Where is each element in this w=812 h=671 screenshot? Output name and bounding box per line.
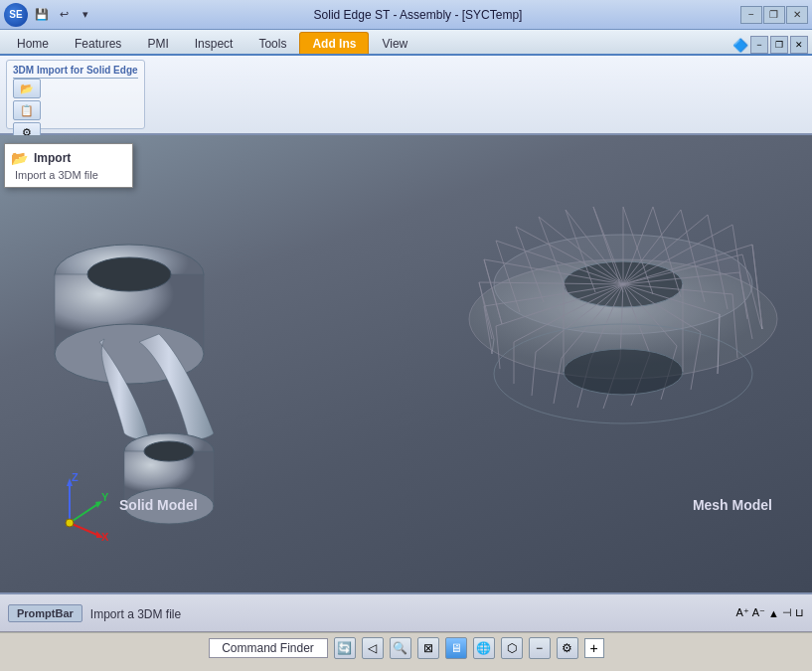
qa-dropdown-btn[interactable]: ▾ bbox=[76, 5, 95, 25]
tab-view[interactable]: View bbox=[369, 32, 420, 54]
tab-home[interactable]: Home bbox=[4, 32, 62, 54]
solid-model-label: Solid Model bbox=[119, 497, 198, 513]
svg-point-3 bbox=[87, 257, 171, 291]
command-finder-bar: Command Finder 🔄 ◁ 🔍 ⊠ 🖥 🌐 ⬡ − ⚙ + bbox=[0, 632, 812, 662]
import-dropdown-icon: 📂 bbox=[11, 150, 28, 166]
pin-icon[interactable]: ⊣ bbox=[782, 606, 792, 619]
window-controls: − ❐ ✕ bbox=[740, 6, 808, 24]
close-btn[interactable]: ✕ bbox=[786, 6, 808, 24]
import-label: Import bbox=[34, 151, 71, 165]
minimize-btn[interactable]: − bbox=[740, 6, 762, 24]
import-desc: Import a 3DM file bbox=[11, 169, 126, 181]
cmd-icon-active[interactable]: 🖥 bbox=[445, 637, 467, 659]
cmd-icon-search[interactable]: 🔍 bbox=[390, 637, 411, 659]
svg-line-81 bbox=[70, 523, 99, 536]
mesh-model-svg bbox=[454, 165, 792, 493]
tab-features[interactable]: Features bbox=[62, 32, 134, 54]
svg-text:Z: Z bbox=[72, 473, 79, 483]
promptbar-icons: A⁺ A⁻ ▲ ⊣ ⊔ bbox=[735, 606, 804, 619]
cmd-icon-grid[interactable]: ⊠ bbox=[417, 637, 439, 659]
promptbar-message: Import a 3DM file bbox=[90, 607, 181, 621]
tab-tools[interactable]: Tools bbox=[245, 32, 299, 54]
promptbar-title: PromptBar bbox=[8, 604, 82, 622]
svg-point-69 bbox=[564, 349, 683, 395]
undo-quick-btn[interactable]: ↩ bbox=[54, 5, 74, 25]
group-3dm-label: 3DM Import for Solid Edge bbox=[13, 65, 138, 79]
ribbon-controls: 🔷 − ❐ ✕ bbox=[732, 36, 812, 54]
restore-btn[interactable]: ❐ bbox=[763, 6, 785, 24]
title-bar: SE 💾 ↩ ▾ Solid Edge ST - Assembly - [SYC… bbox=[0, 0, 812, 30]
small-btns-col: 📂 📋 ⚙ bbox=[13, 79, 41, 142]
ribbon-panel: 3DM Import for Solid Edge 📂 📋 ⚙ 📂 Import… bbox=[0, 56, 812, 135]
ribbon-close-btn[interactable]: ✕ bbox=[790, 36, 808, 54]
quick-access-toolbar: 💾 ↩ ▾ bbox=[32, 5, 95, 25]
ribbon-restore-btn[interactable]: ❐ bbox=[770, 36, 788, 54]
mesh-model bbox=[454, 165, 782, 483]
import-small-btn-1[interactable]: 📂 bbox=[13, 79, 41, 98]
ribbon-options-icon[interactable]: 🔷 bbox=[732, 38, 748, 53]
save-quick-btn[interactable]: 💾 bbox=[32, 5, 52, 25]
font-increase-icon[interactable]: A⁺ bbox=[735, 606, 748, 619]
cmd-icon-gear[interactable]: ⚙ bbox=[557, 637, 578, 659]
svg-point-7 bbox=[144, 441, 194, 461]
command-finder-label[interactable]: Command Finder bbox=[209, 638, 328, 658]
tab-pmi[interactable]: PMI bbox=[134, 32, 181, 54]
window-title: Solid Edge ST - Assembly - [SYCTemp] bbox=[314, 8, 523, 22]
add-btn[interactable]: + bbox=[584, 638, 604, 658]
mesh-model-label: Mesh Model bbox=[693, 497, 772, 513]
ribbon-minimize-btn[interactable]: − bbox=[750, 36, 768, 54]
cmd-icon-globe[interactable]: 🌐 bbox=[473, 637, 495, 659]
import-dropdown-title: 📂 Import bbox=[11, 150, 126, 166]
svg-line-78 bbox=[70, 503, 99, 523]
ribbon-group-3dm: 3DM Import for Solid Edge 📂 📋 ⚙ bbox=[6, 60, 145, 129]
scroll-up-icon[interactable]: ▲ bbox=[768, 607, 779, 619]
cmd-icon-refresh[interactable]: 🔄 bbox=[334, 637, 356, 659]
tab-inspect[interactable]: Inspect bbox=[182, 32, 246, 54]
dock-icon[interactable]: ⊔ bbox=[795, 606, 804, 619]
tab-addins[interactable]: Add Ins bbox=[299, 32, 369, 54]
promptbar: PromptBar Import a 3DM file A⁺ A⁻ ▲ ⊣ ⊔ bbox=[0, 592, 812, 632]
viewport: Solid Model Mesh Model Z Y X bbox=[0, 135, 812, 592]
cmd-icon-minus[interactable]: − bbox=[529, 637, 551, 659]
axis-indicator: Z Y X bbox=[40, 473, 109, 543]
import-dropdown: 📂 Import Import a 3DM file bbox=[4, 143, 133, 188]
font-decrease-icon[interactable]: A⁻ bbox=[752, 606, 765, 619]
svg-text:Y: Y bbox=[101, 491, 109, 503]
cmd-icon-hex[interactable]: ⬡ bbox=[501, 637, 523, 659]
svg-text:X: X bbox=[101, 531, 109, 543]
cmd-icon-back[interactable]: ◁ bbox=[362, 637, 384, 659]
ribbon-btn-row: 📂 📋 ⚙ bbox=[13, 79, 41, 142]
svg-point-84 bbox=[66, 519, 74, 527]
app-logo: SE bbox=[4, 3, 28, 27]
import-small-btn-2[interactable]: 📋 bbox=[13, 100, 41, 120]
ribbon-tabs-bar: Home Features PMI Inspect Tools Add Ins … bbox=[0, 30, 812, 56]
titlebar-left: SE 💾 ↩ ▾ bbox=[4, 3, 95, 27]
